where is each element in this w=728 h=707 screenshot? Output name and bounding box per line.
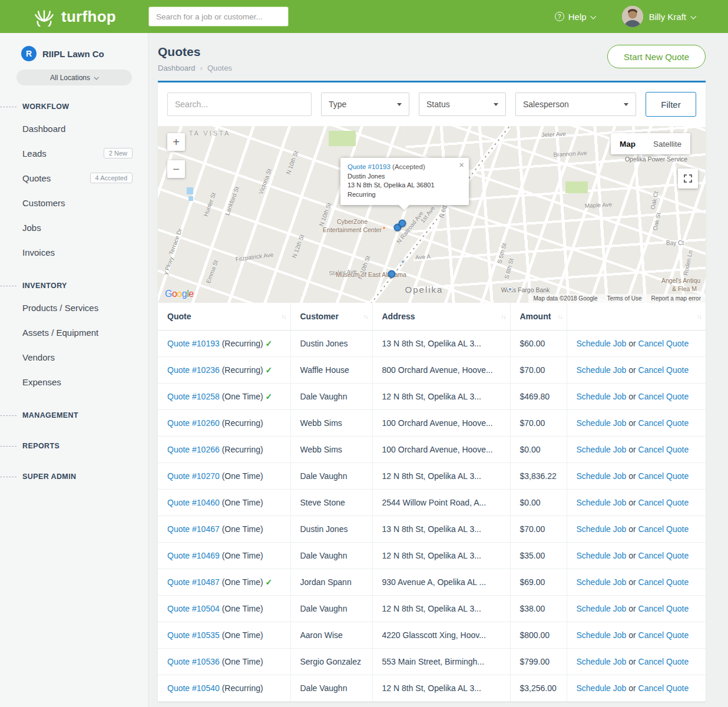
zoom-in-button[interactable]: + [167,133,185,151]
cancel-quote-link[interactable]: Cancel Quote [638,551,689,560]
sidebar-item-jobs[interactable]: Jobs [0,215,148,240]
sort-icon[interactable]: ↑↓ [282,313,286,320]
quote-type: (One Time) [222,604,263,613]
report-map-error-link[interactable]: Report a map error [651,295,701,302]
sidebar-item-expenses[interactable]: Expenses [0,369,148,394]
sidebar-nav: WORKFLOWDashboardLeads2 NewQuotes4 Accep… [0,97,148,486]
schedule-job-link[interactable]: Schedule Job [577,577,627,587]
sort-icon[interactable]: ↑↓ [558,313,562,320]
map-marker[interactable] [399,220,406,227]
sidebar-item-assets-equipment[interactable]: Assets / Equipment [0,320,148,345]
map-view-button[interactable]: Map [611,133,644,154]
cancel-quote-link[interactable]: Cancel Quote [638,471,689,481]
schedule-job-link[interactable]: Schedule Job [577,551,627,560]
quote-link[interactable]: Quote #10236 [167,365,220,375]
cancel-quote-link[interactable]: Cancel Quote [638,392,689,401]
quote-link[interactable]: Quote #10487 [167,577,220,587]
column-header-customer[interactable]: Customer↑↓ [290,303,372,331]
column-header-amount[interactable]: Amount↑↓ [510,303,567,331]
sort-icon[interactable]: ↑↓ [363,313,368,320]
zoom-out-button[interactable]: − [167,160,185,178]
cancel-quote-link[interactable]: Cancel Quote [638,683,689,693]
infowindow-quote-link[interactable]: Quote #10193 [348,163,391,170]
quote-link[interactable]: Quote #10469 [167,551,220,560]
address-cell: 2544 Willow Point Road, A... [372,490,510,516]
schedule-job-link[interactable]: Schedule Job [577,683,627,693]
schedule-job-link[interactable]: Schedule Job [577,418,627,428]
column-header-actions[interactable]: ↑↓ [567,303,706,331]
schedule-job-link[interactable]: Schedule Job [577,498,627,507]
schedule-job-link[interactable]: Schedule Job [577,471,627,481]
filter-button[interactable]: Filter [646,92,696,117]
sidebar-item-invoices[interactable]: Invoices [0,240,148,265]
global-search-input[interactable] [148,6,289,27]
column-header-address[interactable]: Address↑↓ [372,303,510,331]
cancel-quote-link[interactable]: Cancel Quote [638,577,689,587]
schedule-job-link[interactable]: Schedule Job [577,445,627,454]
nav-section-workflow[interactable]: WORKFLOW [0,97,148,116]
cancel-quote-link[interactable]: Cancel Quote [638,524,689,534]
company-header[interactable]: R RIIPL Lawn Co [0,33,148,68]
customer-cell: Jordan Spann [290,569,372,596]
quote-link[interactable]: Quote #10193 [167,339,220,348]
close-infowindow-button[interactable]: × [459,160,464,169]
schedule-job-link[interactable]: Schedule Job [577,339,627,348]
location-selector[interactable]: All Locations [16,70,132,85]
quote-link[interactable]: Quote #10467 [167,524,220,534]
column-header-quote[interactable]: Quote↑↓ [158,303,290,331]
quotes-search-input[interactable] [167,92,312,116]
schedule-job-link[interactable]: Schedule Job [577,365,627,375]
nav-section-management[interactable]: MANAGEMENT [0,406,148,425]
nav-item-badge: 4 Accepted [90,173,133,183]
cancel-quote-link[interactable]: Cancel Quote [638,657,689,666]
cancel-quote-link[interactable]: Cancel Quote [638,630,689,640]
salesperson-select[interactable]: Salesperson [515,92,636,116]
quote-link[interactable]: Quote #10535 [167,630,220,640]
user-avatar[interactable] [622,6,643,27]
quote-link[interactable]: Quote #10266 [167,445,220,454]
quote-link[interactable]: Quote #10540 [167,683,220,693]
schedule-job-link[interactable]: Schedule Job [577,392,627,401]
quote-link[interactable]: Quote #10460 [167,498,220,507]
start-new-quote-button[interactable]: Start New Quote [607,45,706,68]
user-menu[interactable]: Billy Kraft [649,12,695,22]
sort-icon[interactable]: ↑↓ [697,313,701,320]
cancel-quote-link[interactable]: Cancel Quote [638,365,689,375]
schedule-job-link[interactable]: Schedule Job [577,657,627,666]
sidebar-item-quotes[interactable]: Quotes4 Accepted [0,166,148,190]
sidebar-item-dashboard[interactable]: Dashboard [0,116,148,141]
sidebar-item-products-services[interactable]: Products / Services [0,295,148,320]
cancel-quote-link[interactable]: Cancel Quote [638,498,689,507]
type-select[interactable]: Type [321,92,409,116]
sidebar-item-vendors[interactable]: Vendors [0,345,148,369]
breadcrumb-dashboard[interactable]: Dashboard [158,64,196,72]
cancel-quote-link[interactable]: Cancel Quote [638,445,689,454]
nav-section-reports[interactable]: REPORTS [0,437,148,455]
fullscreen-button[interactable] [678,169,698,189]
map[interactable]: TA VISTAJeter AveBrannon AveOpelika Powe… [158,126,706,303]
terms-of-use-link[interactable]: Terms of Use [607,295,642,302]
quote-link[interactable]: Quote #10258 [167,392,220,401]
nav-section-super-admin[interactable]: SUPER ADMIN [0,467,148,486]
schedule-job-link[interactable]: Schedule Job [577,630,627,640]
status-select[interactable]: Status [419,92,506,116]
brand[interactable]: turfhop [0,6,148,27]
cancel-quote-link[interactable]: Cancel Quote [638,339,689,348]
nav-section-inventory[interactable]: INVENTORY [0,276,148,295]
quote-link[interactable]: Quote #10270 [167,471,220,481]
quote-link[interactable]: Quote #10536 [167,657,220,666]
schedule-job-link[interactable]: Schedule Job [577,604,627,613]
sort-icon[interactable]: ↑↓ [501,313,506,320]
cancel-quote-link[interactable]: Cancel Quote [638,604,689,613]
satellite-view-button[interactable]: Satellite [644,133,690,154]
sidebar-item-leads[interactable]: Leads2 New [0,141,148,166]
help-menu[interactable]: ? Help [555,12,595,22]
sidebar-item-customers[interactable]: Customers [0,190,148,215]
accepted-check-icon: ✓ [266,392,273,401]
quote-cell: Quote #10535 (One Time) [158,622,290,649]
quote-link[interactable]: Quote #10504 [167,604,220,613]
quote-link[interactable]: Quote #10260 [167,418,220,428]
cancel-quote-link[interactable]: Cancel Quote [638,418,689,428]
schedule-job-link[interactable]: Schedule Job [577,524,627,534]
map-marker[interactable] [388,270,396,278]
